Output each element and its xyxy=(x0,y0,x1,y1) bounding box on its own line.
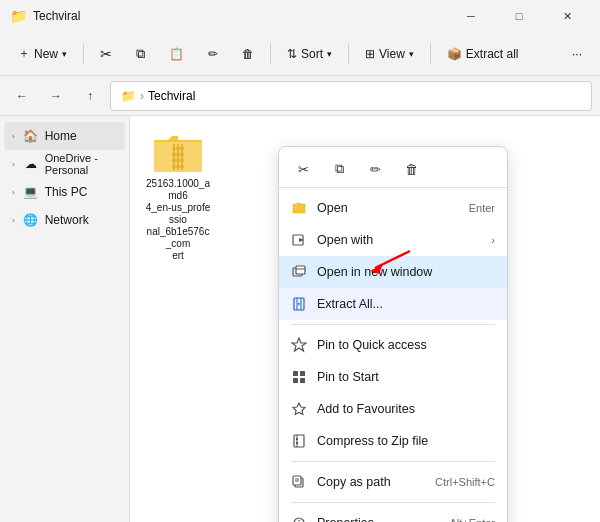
up-button[interactable]: ↑ xyxy=(76,82,104,110)
view-button[interactable]: ⊞ View ▾ xyxy=(355,38,424,70)
ctx-properties-icon xyxy=(291,515,307,522)
main-layout: › 🏠 Home › ☁ OneDrive - Personal › 💻 Thi… xyxy=(0,116,600,522)
toolbar-divider-3 xyxy=(348,44,349,64)
folder-item[interactable]: 25163.1000_amd64_en-us_professional_6b1e… xyxy=(138,124,218,268)
ctx-properties-shortcut: Alt+Enter xyxy=(449,517,495,522)
minimize-button[interactable]: ─ xyxy=(448,0,494,32)
ctx-new-window-icon xyxy=(291,264,307,280)
delete-button[interactable]: 🗑 xyxy=(232,38,264,70)
ctx-open[interactable]: Open Enter xyxy=(279,192,507,224)
ctx-compress-label: Compress to Zip file xyxy=(317,434,495,448)
folder-name: 25163.1000_amd64_en-us_professional_6b1e… xyxy=(144,178,212,262)
ctx-properties[interactable]: Properties Alt+Enter xyxy=(279,507,507,522)
ctx-compress[interactable]: Compress to Zip file xyxy=(279,425,507,457)
onedrive-chevron: › xyxy=(12,160,15,169)
ctx-favourites-icon xyxy=(291,401,307,417)
ctx-copy-path-icon xyxy=(291,474,307,490)
ctx-rename-button[interactable]: ✏ xyxy=(359,155,391,183)
ctx-copy-path[interactable]: Copy as path Ctrl+Shift+C xyxy=(279,466,507,498)
window-controls: ─ □ ✕ xyxy=(448,0,590,32)
home-chevron: › xyxy=(12,132,15,141)
svg-marker-33 xyxy=(370,264,383,274)
back-button[interactable]: ← xyxy=(8,82,36,110)
ctx-open-with-label: Open with xyxy=(317,233,481,247)
sidebar: › 🏠 Home › ☁ OneDrive - Personal › 💻 Thi… xyxy=(0,116,130,522)
extract-icon: 📦 xyxy=(447,47,462,61)
new-button[interactable]: ＋ New ▾ xyxy=(8,38,77,70)
ctx-extract-all[interactable]: Extract All... xyxy=(279,288,507,320)
svg-rect-18 xyxy=(294,435,304,447)
path-folder-icon: 📁 xyxy=(121,89,136,103)
svg-rect-21 xyxy=(296,442,298,444)
ctx-add-favourites[interactable]: Add to Favourites xyxy=(279,393,507,425)
sort-chevron: ▾ xyxy=(327,49,332,59)
sidebar-item-network[interactable]: › 🌐 Network xyxy=(4,206,125,234)
title-icon: 📁 xyxy=(10,8,27,24)
sidebar-onedrive-label: OneDrive - Personal xyxy=(45,152,117,176)
path-current: Techviral xyxy=(148,89,195,103)
ctx-properties-label: Properties xyxy=(317,516,439,522)
toolbar: ＋ New ▾ ✂ ⧉ 📋 ✏ 🗑 ⇅ Sort ▾ ⊞ View ▾ 📦 Ex… xyxy=(0,32,600,76)
ctx-open-shortcut: Enter xyxy=(469,202,495,214)
ctx-copy-path-shortcut: Ctrl+Shift+C xyxy=(435,476,495,488)
new-chevron: ▾ xyxy=(62,49,67,59)
ctx-compress-icon xyxy=(291,433,307,449)
svg-rect-16 xyxy=(293,378,298,383)
ctx-delete-button[interactable]: 🗑 xyxy=(395,155,427,183)
svg-rect-17 xyxy=(300,378,305,383)
ctx-pin-start[interactable]: Pin to Start xyxy=(279,361,507,393)
view-chevron: ▾ xyxy=(409,49,414,59)
ctx-open-with-icon xyxy=(291,232,307,248)
more-options-button[interactable]: ··· xyxy=(562,38,592,70)
title-text: Techviral xyxy=(33,9,80,23)
sidebar-thispc-label: This PC xyxy=(45,185,88,199)
ctx-copy-path-label: Copy as path xyxy=(317,475,425,489)
forward-button[interactable]: → xyxy=(42,82,70,110)
svg-rect-5 xyxy=(172,159,184,162)
new-icon: ＋ xyxy=(18,45,30,62)
ctx-extract-label: Extract All... xyxy=(317,297,495,311)
network-icon: 🌐 xyxy=(23,212,39,228)
svg-rect-9 xyxy=(296,266,305,274)
sort-button[interactable]: ⇅ Sort ▾ xyxy=(277,38,342,70)
toolbar-divider-2 xyxy=(270,44,271,64)
path-separator: › xyxy=(140,89,144,103)
ctx-cut-button[interactable]: ✂ xyxy=(287,155,319,183)
address-path[interactable]: 📁 › Techviral xyxy=(110,81,592,111)
close-button[interactable]: ✕ xyxy=(544,0,590,32)
copy-button[interactable]: ⧉ xyxy=(126,38,155,70)
view-icon: ⊞ xyxy=(365,47,375,61)
ctx-extract-icon xyxy=(291,296,307,312)
rename-button[interactable]: ✏ xyxy=(198,38,228,70)
ctx-pin-start-icon xyxy=(291,369,307,385)
svg-rect-20 xyxy=(296,438,298,440)
ctx-favourites-label: Add to Favourites xyxy=(317,402,495,416)
address-bar: ← → ↑ 📁 › Techviral xyxy=(0,76,600,116)
ctx-pin-quick-label: Pin to Quick access xyxy=(317,338,495,352)
ctx-pin-start-label: Pin to Start xyxy=(317,370,495,384)
svg-point-28 xyxy=(298,520,300,522)
sidebar-item-onedrive[interactable]: › ☁ OneDrive - Personal xyxy=(4,150,125,178)
maximize-button[interactable]: □ xyxy=(496,0,542,32)
svg-rect-3 xyxy=(172,147,184,150)
title-bar: 📁 Techviral ─ □ ✕ xyxy=(0,0,600,32)
ctx-copy-button[interactable]: ⧉ xyxy=(323,155,355,183)
sort-icon: ⇅ xyxy=(287,47,297,61)
svg-rect-4 xyxy=(172,153,184,156)
svg-rect-6 xyxy=(172,165,184,168)
sidebar-home-label: Home xyxy=(45,129,77,143)
sidebar-item-home[interactable]: › 🏠 Home xyxy=(4,122,125,150)
svg-line-32 xyxy=(375,251,410,268)
ctx-pin-quick[interactable]: Pin to Quick access xyxy=(279,329,507,361)
onedrive-icon: ☁ xyxy=(23,156,39,172)
thispc-icon: 💻 xyxy=(23,184,39,200)
sidebar-item-thispc[interactable]: › 💻 This PC xyxy=(4,178,125,206)
toolbar-divider-4 xyxy=(430,44,431,64)
network-chevron: › xyxy=(12,216,15,225)
thispc-chevron: › xyxy=(12,188,15,197)
content-area: 25163.1000_amd64_en-us_professional_6b1e… xyxy=(130,116,600,522)
cut-button[interactable]: ✂ xyxy=(90,38,122,70)
paste-button[interactable]: 📋 xyxy=(159,38,194,70)
extract-all-button[interactable]: 📦 Extract all xyxy=(437,38,529,70)
toolbar-divider-1 xyxy=(83,44,84,64)
